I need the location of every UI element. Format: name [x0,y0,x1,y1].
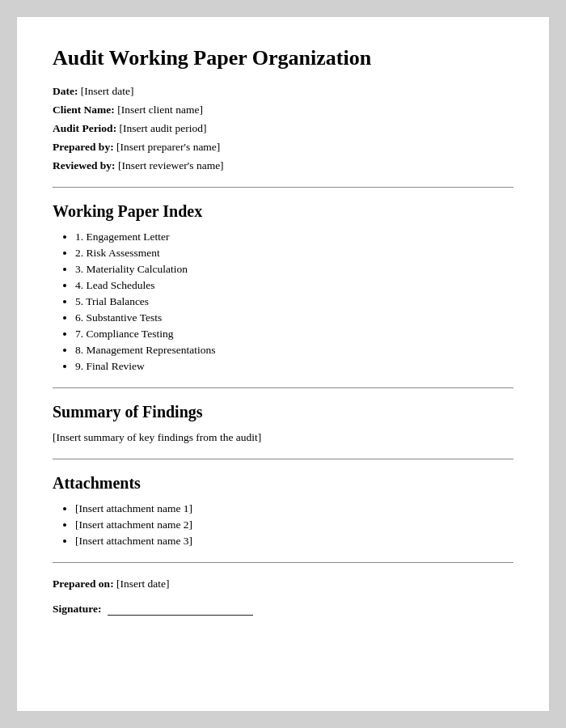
reviewed-by-value: [Insert reviewer's name] [118,159,224,171]
period-value: [Insert audit period] [120,122,207,134]
list-item: 5. Trial Balances [75,295,513,308]
list-item: 1. Engagement Letter [75,231,513,243]
client-label: Client Name: [53,104,115,116]
list-item: 4. Lead Schedules [75,279,513,292]
attachments-list: [Insert attachment name 1][Insert attach… [53,502,513,548]
findings-title: Summary of Findings [53,403,513,421]
period-label: Audit Period: [53,122,116,134]
divider-3 [53,459,513,459]
list-item: 3. Materiality Calculation [75,263,513,276]
list-item: 7. Compliance Testing [75,328,513,341]
footer-prepared-value: [Insert date] [116,578,170,590]
findings-text: [Insert summary of key findings from the… [53,431,513,444]
list-item: [Insert attachment name 3] [75,535,513,548]
prepared-by-value: [Insert preparer's name] [116,141,220,153]
list-item: 8. Management Representations [75,344,513,357]
reviewed-by-field: Reviewed by: [Insert reviewer's name] [53,159,513,172]
footer-prepared-field: Prepared on: [Insert date] [53,578,513,590]
footer-signature-label: Signature: [53,603,102,615]
footer-signature-field: Signature: [53,602,513,616]
page-title: Audit Working Paper Organization [53,46,513,70]
page-container: Audit Working Paper Organization Date: [… [16,16,550,712]
date-field: Date: [Insert date] [53,85,513,98]
list-item: 9. Final Review [75,360,513,373]
date-value: [Insert date] [81,85,134,97]
divider-4 [53,562,513,563]
list-item: 2. Risk Assessment [75,247,513,260]
list-item: 6. Substantive Tests [75,311,513,324]
list-item: [Insert attachment name 2] [75,518,513,531]
prepared-by-field: Prepared by: [Insert preparer's name] [53,141,513,154]
client-value: [Insert client name] [117,104,203,116]
period-field: Audit Period: [Insert audit period] [53,122,513,135]
reviewed-by-label: Reviewed by: [53,159,116,171]
date-label: Date: [53,85,78,97]
prepared-by-label: Prepared by: [53,141,114,153]
footer-prepared-label: Prepared on: [53,578,114,590]
divider-2 [53,387,513,388]
index-list: 1. Engagement Letter2. Risk Assessment3.… [53,231,513,373]
attachments-title: Attachments [53,474,513,493]
signature-line [108,602,253,616]
list-item: [Insert attachment name 1] [75,502,513,515]
divider-1 [53,187,513,188]
index-title: Working Paper Index [53,202,513,221]
client-field: Client Name: [Insert client name] [53,104,513,116]
